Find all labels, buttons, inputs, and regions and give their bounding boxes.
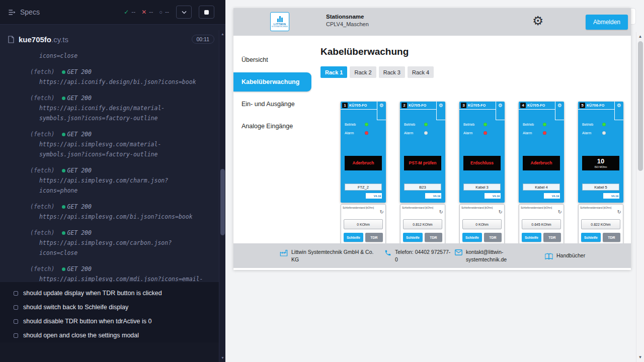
card-gear-area: ⚙	[614, 102, 623, 120]
alarm-row: Alarm	[345, 131, 368, 135]
network-log-entry[interactable]: (fetch)GET 200 https://api.simplesvg.com…	[30, 165, 205, 196]
measurement-panel: Schleifenwiderstand [kOhm] ↻ 0 KOhm Schl…	[341, 204, 386, 246]
log-status: GET 200	[67, 67, 91, 77]
betrieb-led-icon	[484, 123, 487, 126]
sidebar-item-analoge-eingaenge[interactable]: Analoge Eingänge	[233, 115, 311, 137]
pending-count: --	[165, 9, 169, 16]
scrollbar-thumb[interactable]	[220, 169, 225, 235]
betrieb-led-icon	[424, 123, 428, 126]
footer-manuals[interactable]: Handbücher	[545, 252, 585, 260]
device-module: ⚙ 2 KÜ705-FO Betrieb Alarm PST-M prüfen …	[400, 102, 445, 203]
gear-icon[interactable]: ⚙	[379, 102, 384, 120]
collapse-dropdown-button[interactable]	[176, 6, 192, 19]
network-log-entry[interactable]: (fetch)GET 200 https://api.simplesvg.com…	[30, 264, 205, 282]
specs-menu-button[interactable]: Specs	[8, 8, 40, 16]
alarm-led-icon	[365, 131, 368, 135]
device-card: ⚙ 2 KÜ705-FO Betrieb Alarm PST-M prüfen …	[400, 102, 445, 246]
refresh-icon[interactable]: ↻	[439, 210, 443, 215]
network-log-entry[interactable]: (fetch)GET 200 https://api.simplesvg.com…	[30, 228, 205, 258]
test-state-icon	[14, 319, 18, 324]
status-dot-icon	[62, 97, 65, 100]
test-item[interactable]: should switch back to Schleife display	[0, 300, 225, 314]
test-state-icon	[14, 333, 18, 338]
spec-file-icon	[8, 36, 14, 43]
refresh-icon[interactable]: ↻	[617, 210, 621, 215]
tab-rack-3[interactable]: Rack 3	[379, 66, 405, 78]
schleife-button[interactable]: Schleife	[403, 233, 423, 242]
network-log-entry[interactable]: (fetch)GET 200 https://api.simplesvg.com…	[30, 202, 205, 222]
status-text: Aderbruch	[531, 161, 552, 165]
tdr-button[interactable]: TDR	[484, 233, 502, 242]
network-log-entry[interactable]: (fetch)GET 200 https://api.simplesvg.com…	[30, 129, 205, 159]
schleife-button[interactable]: Schleife	[581, 233, 601, 242]
scroll-up-icon[interactable]: ▲	[636, 33, 644, 40]
log-url: https://api.simplesvg.com/carbon.json?ic…	[30, 238, 205, 258]
scrollbar-thumb[interactable]	[638, 41, 643, 171]
tdr-button[interactable]: TDR	[603, 233, 620, 242]
stat-passed: ✓ --	[124, 9, 135, 16]
tdr-button[interactable]: TDR	[425, 233, 442, 242]
test-item[interactable]: should update display when TDR button is…	[0, 286, 225, 300]
tdr-button[interactable]: TDR	[543, 233, 561, 242]
test-item[interactable]: should open and close the settings modal	[0, 328, 225, 342]
panel-buttons: Schleife TDR	[581, 233, 620, 242]
spec-timer: 00:11	[192, 35, 215, 44]
betrieb-row: Betrieb	[582, 123, 606, 126]
log-prefix: (fetch)	[30, 93, 54, 103]
cable-name-field: Kabel 4	[523, 184, 560, 191]
sidebar-item-kabelueberwachung[interactable]: Kabelüberwachung	[233, 72, 311, 92]
schleife-button[interactable]: Schleife	[344, 233, 363, 242]
status-display: 10 ISO MOhm	[582, 156, 619, 170]
firmware-version: V4.19	[603, 193, 619, 199]
email-address: kontakt@littwin-systemtechnik.de	[466, 248, 515, 262]
refresh-icon[interactable]: ↻	[380, 210, 384, 215]
status-dot-icon	[62, 169, 65, 172]
test-item[interactable]: should disable TDR button when tdrActive…	[0, 314, 225, 328]
logout-button[interactable]: Abmelden	[586, 15, 628, 30]
test-state-icon	[14, 305, 18, 310]
panel-buttons: Schleife TDR	[462, 233, 502, 242]
measurement-value: 0.645 KOhm	[522, 219, 561, 229]
passed-check-icon: ✓	[124, 9, 129, 16]
footer-email[interactable]: kontakt@littwin-systemtechnik.de	[455, 248, 545, 262]
tdr-button[interactable]: TDR	[365, 233, 383, 242]
gear-icon[interactable]: ⚙	[557, 102, 562, 120]
scroll-down-icon[interactable]: ▼	[636, 354, 644, 361]
footer-phone[interactable]: Telefon: 04402 972577-0	[384, 248, 455, 262]
alarm-led-icon	[602, 131, 606, 135]
log-prefix: (fetch)	[30, 67, 54, 77]
gear-icon[interactable]: ⚙	[498, 102, 503, 120]
sidebar-item-uebersicht[interactable]: Übersicht	[233, 49, 311, 71]
specs-icon	[8, 9, 16, 16]
stop-run-button[interactable]	[199, 6, 214, 19]
runner-scrollbar[interactable]: ▲ ▼	[219, 30, 225, 362]
tab-rack-4[interactable]: Rack 4	[408, 66, 434, 78]
log-url: https://api.simplesvg.com/charm.json?ico…	[30, 175, 205, 196]
gear-icon[interactable]: ⚙	[439, 102, 443, 120]
network-log-entry[interactable]: (fetch)GET 200 https://api.iconify.desig…	[30, 93, 205, 123]
betrieb-led-icon	[602, 123, 606, 126]
refresh-icon[interactable]: ↻	[558, 210, 562, 215]
tab-rack-1[interactable]: Rack 1	[320, 66, 347, 78]
log-status: GET 200	[67, 202, 91, 212]
schleife-button[interactable]: Schleife	[462, 233, 482, 242]
schleife-button[interactable]: Schleife	[522, 233, 541, 242]
alarm-row: Alarm	[582, 131, 606, 135]
refresh-icon[interactable]: ↻	[499, 210, 503, 215]
settings-gear-icon[interactable]: ⚙	[532, 12, 543, 30]
spec-section: kue705fo .cy.ts 00:11 icons=close (fetch…	[0, 25, 225, 282]
gear-icon[interactable]: ⚙	[617, 102, 621, 120]
sidebar-item-ein-und-ausgaenge[interactable]: Ein- und Ausgänge	[233, 93, 311, 115]
app-content: Kabelüberwachung Rack 1 Rack 2 Rack 3 Ra…	[311, 36, 631, 270]
measurement-label: Schleifenwiderstand [kOhm]	[461, 206, 493, 209]
app-header: LITTWIN SYSTEMTECHNIK Stationsname CPLV4…	[233, 8, 631, 36]
page-scrollbar[interactable]: ▲ ▼	[636, 32, 644, 362]
panel-buttons: Schleife TDR	[344, 233, 383, 242]
spec-row[interactable]: kue705fo .cy.ts 00:11	[0, 25, 225, 48]
network-log-entry[interactable]: (fetch)GET 200 https://api.iconify.desig…	[30, 67, 205, 87]
tab-rack-2[interactable]: Rack 2	[350, 66, 376, 78]
log-url-overflow[interactable]: icons=close	[30, 51, 205, 61]
betrieb-label: Betrieb	[463, 123, 477, 126]
log-prefix: (fetch)	[30, 228, 54, 238]
status-text: Erdschluss	[470, 161, 494, 165]
